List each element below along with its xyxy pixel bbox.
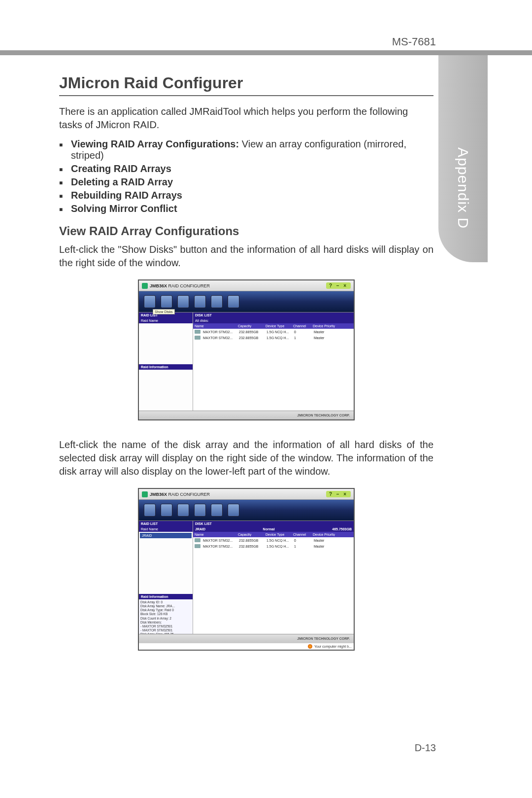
- col-capacity: Capacity: [236, 324, 264, 328]
- raid-info-line: - MAXTOR STM32501: [140, 625, 191, 628]
- feature-bold: Rebuilding RAID Arrays: [71, 190, 182, 201]
- window-body: RAID LIST Raid Name Raid Information DIS…: [139, 312, 354, 411]
- feature-item: Rebuilding RAID Arrays: [71, 190, 433, 201]
- show-disks-button[interactable]: [144, 504, 156, 517]
- disk-columns-header: Name Capacity Device Type Channel Device…: [193, 532, 354, 537]
- show-disks-button[interactable]: [144, 295, 156, 308]
- disk-row[interactable]: MAXTOR STM32... 232.8855GB 1.5G NCQ H...…: [193, 329, 354, 335]
- array-name: JRAID: [195, 527, 205, 531]
- feature-bold: Creating RAID Arrays: [71, 163, 171, 174]
- feature-bold: Viewing RAID Array Configurations:: [71, 139, 239, 149]
- page-content: JMicron Raid Configurer There is an appl…: [59, 74, 433, 668]
- raid-info-line: Block Size: 128 KB: [140, 612, 191, 616]
- raid-info-line: Disk Count in Array: 2: [140, 617, 191, 621]
- col-device-type: Device Type: [264, 324, 292, 328]
- disk-array-status-row: JRAID Normal 465.7503GB: [193, 526, 354, 532]
- feature-bold: Solving Mirror Conflict: [71, 203, 177, 214]
- toolbar-button[interactable]: [228, 295, 239, 308]
- page-top-bar: [0, 50, 532, 55]
- raid-array-item[interactable]: JRAID: [140, 533, 192, 538]
- raid-info-line: Disk Members:: [140, 621, 191, 625]
- toolbar: [139, 500, 354, 520]
- disk-row[interactable]: MAXTOR STM32... 232.8855GB 1.5G NCQ H...…: [193, 543, 354, 549]
- col-name: Name: [193, 324, 236, 328]
- disk-row[interactable]: MAXTOR STM32... 232.8855GB 1.5G NCQ H...…: [193, 537, 354, 543]
- col-device-type: Device Type: [264, 533, 292, 536]
- raid-name-header: Raid Name: [139, 318, 193, 323]
- left-pane: RAID LIST Raid Name Raid Information: [139, 312, 193, 411]
- raid-info-line: Disk Array ID: 0: [140, 600, 191, 604]
- col-channel: Channel: [292, 533, 311, 536]
- raid-info-line: Disk Array Size: 465.75...: [140, 632, 191, 634]
- window-footer: JMICRON TECHNOLOGY CORP.: [139, 634, 354, 643]
- raid-info-line: Disk Array Name: JRA...: [140, 604, 191, 608]
- disk-icon: [195, 538, 200, 542]
- page-number: D-13: [415, 742, 436, 754]
- toolbar-button[interactable]: [177, 504, 189, 517]
- all-disks-label: All disks:: [193, 318, 354, 323]
- raid-configurer-window: JMB36X RAID CONFIGURER ? – × Show Disks …: [138, 279, 355, 420]
- raid-info-panel: Disk Array ID: 0 Disk Array Name: JRA...…: [139, 599, 193, 634]
- array-size: 465.7503GB: [332, 527, 352, 531]
- disk-icon: [195, 330, 200, 334]
- feature-item: Viewing RAID Array Configurations: View …: [71, 139, 433, 161]
- col-priority: Device Priority: [311, 533, 339, 536]
- disk-icon: [195, 544, 200, 548]
- window-title: JMB36X RAID CONFIGURER: [150, 283, 210, 288]
- toolbar-button[interactable]: [194, 295, 206, 308]
- feature-list: Viewing RAID Array Configurations: View …: [59, 139, 433, 214]
- raid-list-header: RAID LIST: [139, 521, 193, 526]
- raid-info-header: Raid Information: [139, 364, 193, 370]
- left-pane: RAID LIST Raid Name JRAID Raid Informati…: [139, 521, 193, 634]
- col-priority: Device Priority: [311, 324, 339, 328]
- section-heading: View RAID Array Configurations: [59, 224, 433, 238]
- feature-item: Solving Mirror Conflict: [71, 203, 433, 214]
- side-tab: Appendix D: [438, 55, 488, 262]
- window-title: JMB36X RAID CONFIGURER: [150, 492, 210, 497]
- col-name: Name: [193, 533, 236, 536]
- app-logo-icon: [142, 283, 148, 289]
- window-titlebar: JMB36X RAID CONFIGURER ? – ×: [139, 280, 354, 291]
- toolbar-button[interactable]: [161, 504, 172, 517]
- array-status: Normal: [263, 527, 275, 531]
- disk-list-header: DISK LIST: [193, 312, 354, 318]
- paragraph: Left-click the name of the disk array an…: [59, 438, 433, 478]
- toolbar-button[interactable]: [194, 504, 206, 517]
- warning-icon: [308, 644, 312, 649]
- right-pane: DISK LIST All disks: Name Capacity Devic…: [193, 312, 354, 411]
- disk-row[interactable]: MAXTOR STM32... 232.8855GB 1.5G NCQ H...…: [193, 335, 354, 341]
- window-footer: JMICRON TECHNOLOGY CORP.: [139, 411, 354, 419]
- col-channel: Channel: [292, 324, 311, 328]
- warning-text: Your computer might b...: [314, 645, 352, 648]
- window-titlebar: JMB36X RAID CONFIGURER ? – ×: [139, 489, 354, 500]
- toolbar-button[interactable]: [161, 295, 172, 308]
- window-body: RAID LIST Raid Name JRAID Raid Informati…: [139, 520, 354, 634]
- toolbar-button[interactable]: [211, 504, 223, 517]
- disk-list-header: DISK LIST: [193, 521, 354, 526]
- raid-info-line: Disk Array Type: Raid 0: [140, 608, 191, 612]
- right-pane: DISK LIST JRAID Normal 465.7503GB Name C…: [193, 521, 354, 634]
- app-logo-icon: [142, 491, 148, 497]
- side-tab-label: Appendix D: [455, 147, 471, 229]
- page-title: JMicron Raid Configurer: [59, 74, 433, 96]
- raid-info-header: Raid Information: [139, 594, 193, 599]
- toolbar-button[interactable]: [177, 295, 189, 308]
- header-model-code: MS-7681: [392, 35, 436, 48]
- intro-paragraph: There is an application called JMRaidToo…: [59, 105, 433, 132]
- window-controls[interactable]: ? – ×: [326, 282, 351, 289]
- feature-item: Creating RAID Arrays: [71, 163, 433, 174]
- toolbar-button[interactable]: [228, 504, 239, 517]
- col-capacity: Capacity: [236, 533, 264, 536]
- toolbar: Show Disks: [139, 291, 354, 312]
- disk-icon: [195, 336, 200, 340]
- raid-name-header: Raid Name: [139, 526, 193, 532]
- raid-info-line: - MAXTOR STM32501: [140, 628, 191, 632]
- paragraph: Left-click the "Show Disks" button and t…: [59, 243, 433, 270]
- tooltip: Show Disks: [153, 309, 175, 314]
- window-controls[interactable]: ? – ×: [326, 491, 351, 497]
- toolbar-button[interactable]: [211, 295, 223, 308]
- feature-bold: Deleting a RAID Array: [71, 176, 173, 187]
- disk-columns-header: Name Capacity Device Type Channel Device…: [193, 323, 354, 329]
- feature-item: Deleting a RAID Array: [71, 176, 433, 188]
- system-tray-warning: Your computer might b...: [139, 643, 354, 650]
